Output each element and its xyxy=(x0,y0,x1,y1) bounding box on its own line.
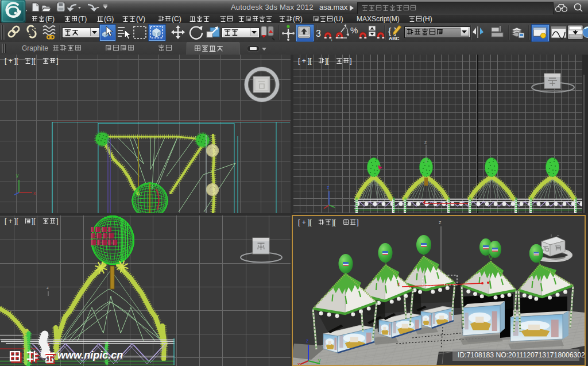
svg-text:]: ] xyxy=(56,218,58,225)
svg-text:][: ][ xyxy=(332,219,336,226)
svg-text:]: ] xyxy=(357,219,358,226)
svg-text:]: ] xyxy=(56,57,58,65)
svg-text:(E): (E) xyxy=(45,16,55,23)
svg-text:MAXScript(M): MAXScript(M) xyxy=(357,16,400,23)
svg-text:z: z xyxy=(47,285,49,290)
svg-text:(R): (R) xyxy=(293,16,303,23)
svg-text:(T): (T) xyxy=(78,16,87,23)
svg-text:(C): (C) xyxy=(172,16,181,23)
svg-text:,: , xyxy=(331,34,332,41)
svg-text:[ + ][: [ + ][ xyxy=(298,219,312,226)
svg-text:ABC: ABC xyxy=(389,36,399,41)
svg-text:[ + ][: [ + ][ xyxy=(298,57,312,65)
svg-text:x: x xyxy=(33,190,36,196)
svg-text:][: ][ xyxy=(32,218,36,225)
svg-text:%: % xyxy=(350,25,358,35)
svg-text:]: ] xyxy=(350,57,351,65)
svg-text:[ + ][: [ + ][ xyxy=(5,57,18,65)
svg-text:z: z xyxy=(327,184,330,190)
svg-text:z: z xyxy=(424,140,427,145)
svg-text:[ + ][: [ + ][ xyxy=(5,218,18,225)
svg-text:3: 3 xyxy=(316,29,321,38)
svg-text:y: y xyxy=(16,172,19,178)
svg-text:(U): (U) xyxy=(334,16,343,23)
svg-text:][: ][ xyxy=(32,57,36,65)
svg-text:(G): (G) xyxy=(104,16,114,23)
svg-text:(H): (H) xyxy=(423,16,432,23)
svg-text:][: ][ xyxy=(325,57,329,65)
svg-text:(V): (V) xyxy=(136,16,145,23)
